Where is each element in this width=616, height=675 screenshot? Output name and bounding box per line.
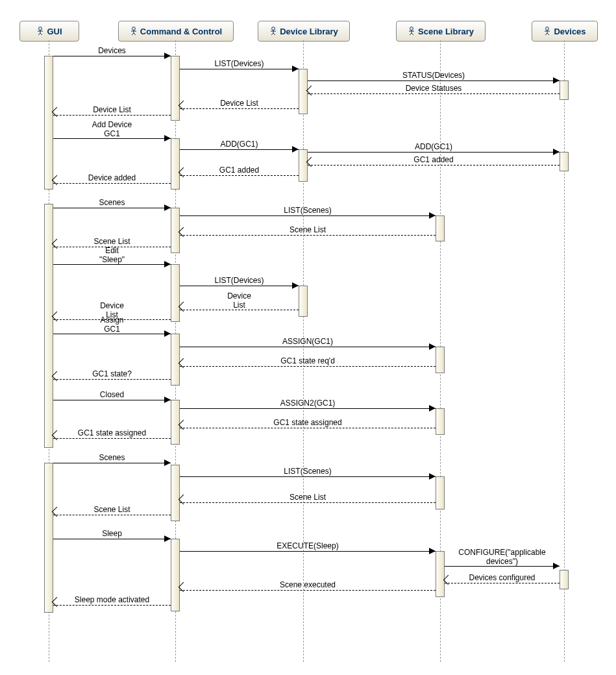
message-label: Devices configured bbox=[445, 573, 560, 582]
svg-point-0 bbox=[39, 27, 42, 31]
message-line bbox=[53, 539, 171, 539]
message-label: GC1 state assigned bbox=[53, 428, 171, 437]
activation bbox=[299, 69, 308, 114]
message-label: Scene List bbox=[180, 225, 436, 234]
message-label: Edit"Sleep" bbox=[53, 246, 171, 264]
message-line bbox=[180, 215, 436, 216]
activation bbox=[171, 264, 180, 322]
message-line bbox=[53, 264, 171, 265]
message-line bbox=[53, 208, 171, 208]
message-line bbox=[53, 605, 171, 606]
participant-devlib: Device Library bbox=[258, 21, 350, 42]
message-label: LIST(Devices) bbox=[180, 59, 299, 68]
message-line bbox=[180, 175, 299, 176]
participant-gui: GUI bbox=[19, 21, 79, 42]
message-line bbox=[53, 515, 171, 515]
message-line bbox=[180, 366, 436, 367]
message-label: Scene List bbox=[53, 505, 171, 514]
activation bbox=[560, 80, 569, 100]
activation bbox=[171, 465, 180, 521]
message-line bbox=[180, 108, 299, 109]
lifeline-dev bbox=[564, 40, 565, 662]
message-line bbox=[180, 551, 436, 552]
activation bbox=[171, 138, 180, 190]
activation bbox=[436, 476, 445, 509]
activation bbox=[299, 286, 308, 317]
message-label: GC1 added bbox=[180, 166, 299, 175]
activation bbox=[44, 204, 53, 448]
message-label: Scene List bbox=[180, 493, 436, 502]
activation bbox=[171, 539, 180, 611]
message-label: ADD(GC1) bbox=[308, 142, 560, 151]
svg-point-2 bbox=[272, 27, 275, 31]
participant-label: Command & Control bbox=[140, 27, 222, 36]
message-label: STATUS(Devices) bbox=[308, 71, 560, 80]
participant-label: Device Library bbox=[280, 27, 338, 36]
message-label: Scene List bbox=[53, 237, 171, 246]
message-line bbox=[53, 463, 171, 463]
message-label: LIST(Devices) bbox=[180, 276, 299, 285]
message-label: Scenes bbox=[53, 198, 171, 207]
activation bbox=[436, 551, 445, 597]
activation bbox=[171, 208, 180, 253]
message-label: GC1 state assigned bbox=[180, 418, 436, 427]
message-line bbox=[180, 69, 299, 69]
message-line bbox=[53, 379, 171, 380]
message-label: LIST(Scenes) bbox=[180, 467, 436, 476]
message-label: ASSIGN2(GC1) bbox=[180, 399, 436, 408]
message-label: Scene executed bbox=[180, 580, 436, 589]
message-label: LIST(Scenes) bbox=[180, 206, 436, 215]
message-label: Closed bbox=[53, 390, 171, 399]
message-label: Device Statuses bbox=[308, 84, 560, 93]
participant-dev: Devices bbox=[532, 21, 598, 42]
message-label: DeviceList bbox=[180, 291, 299, 310]
message-label: GC1 state req'd bbox=[180, 356, 436, 365]
message-line bbox=[53, 183, 171, 184]
participant-label: Devices bbox=[554, 27, 585, 36]
message-line bbox=[53, 138, 171, 139]
message-label: Add DeviceGC1 bbox=[53, 120, 171, 138]
message-line bbox=[180, 347, 436, 347]
activation bbox=[44, 463, 53, 613]
message-line bbox=[180, 408, 436, 409]
svg-point-1 bbox=[132, 27, 135, 31]
activation bbox=[44, 56, 53, 190]
message-line bbox=[53, 438, 171, 439]
message-label: GC1 state? bbox=[53, 369, 171, 378]
message-label: Devices bbox=[53, 46, 171, 55]
message-label: ASSIGN(GC1) bbox=[180, 337, 436, 346]
message-line bbox=[180, 286, 299, 286]
activation bbox=[299, 149, 308, 182]
participant-icon bbox=[36, 27, 44, 36]
message-line bbox=[180, 149, 299, 150]
activation bbox=[560, 152, 569, 171]
message-line bbox=[180, 310, 299, 310]
participant-icon bbox=[543, 27, 551, 36]
participant-icon bbox=[269, 27, 277, 36]
activation bbox=[171, 56, 180, 121]
message-line bbox=[308, 93, 560, 94]
message-line bbox=[53, 115, 171, 116]
message-label: Scenes bbox=[53, 453, 171, 462]
message-label: Device added bbox=[53, 173, 171, 182]
svg-point-3 bbox=[410, 27, 413, 31]
participant-label: Scene Library bbox=[418, 27, 474, 36]
activation bbox=[436, 215, 445, 241]
message-line bbox=[308, 165, 560, 166]
message-line bbox=[53, 334, 171, 334]
message-label: Sleep mode activated bbox=[53, 595, 171, 604]
message-line bbox=[180, 476, 436, 477]
message-label: Device List bbox=[180, 99, 299, 108]
activation bbox=[171, 334, 180, 386]
message-label: CONFIGURE("applicabledevices") bbox=[445, 548, 560, 566]
message-line bbox=[180, 428, 436, 428]
message-line bbox=[308, 80, 560, 81]
activation bbox=[171, 400, 180, 445]
message-line bbox=[308, 152, 560, 153]
participant-icon bbox=[130, 27, 138, 36]
activation bbox=[436, 347, 445, 373]
activation bbox=[436, 408, 445, 435]
message-label: Device List bbox=[53, 105, 171, 114]
svg-point-4 bbox=[546, 27, 549, 31]
participant-icon bbox=[408, 27, 415, 36]
